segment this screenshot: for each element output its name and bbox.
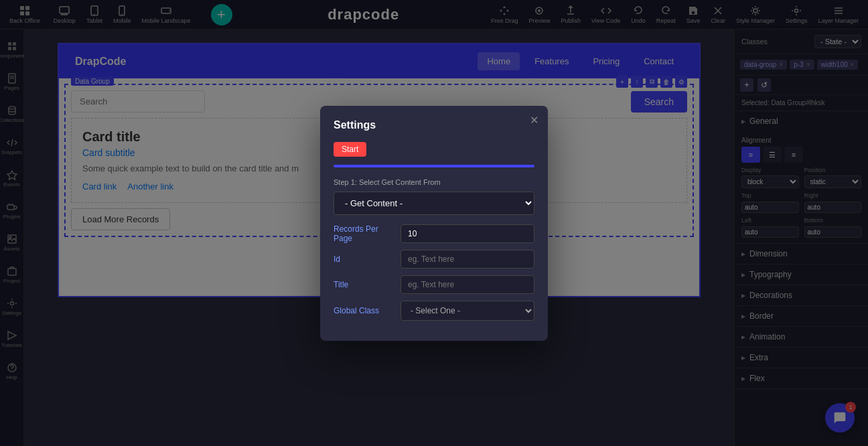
- modal-progress-bar: [334, 165, 534, 167]
- title-row: Title: [334, 275, 534, 294]
- title-label: Title: [334, 280, 394, 289]
- title-input[interactable]: [401, 275, 534, 294]
- modal-content-select[interactable]: - Get Content -: [334, 192, 534, 215]
- modal-start-btn[interactable]: Start: [334, 142, 366, 157]
- records-per-page-row: Records Per Page: [334, 224, 534, 243]
- records-per-page-label: Records Per Page: [334, 224, 394, 243]
- global-class-select[interactable]: - Select One -: [401, 301, 534, 321]
- global-class-label: Global Class: [334, 306, 394, 315]
- records-per-page-input[interactable]: [401, 224, 534, 243]
- modal-title: Settings: [334, 119, 534, 131]
- modal-overlay: Settings ✕ Start Step 1: Select Get Cont…: [0, 0, 868, 446]
- settings-modal: Settings ✕ Start Step 1: Select Get Cont…: [320, 106, 548, 341]
- id-row: Id: [334, 250, 534, 269]
- id-input[interactable]: [401, 250, 534, 269]
- id-label: Id: [334, 254, 394, 264]
- modal-close-btn[interactable]: ✕: [530, 114, 538, 127]
- global-class-row: Global Class - Select One -: [334, 301, 534, 321]
- modal-step-label: Step 1: Select Get Content From: [334, 178, 534, 186]
